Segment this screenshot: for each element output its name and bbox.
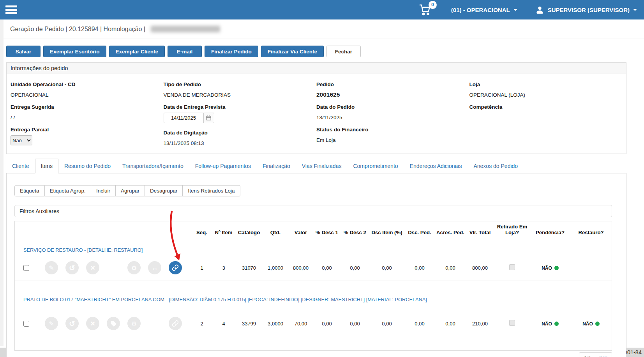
cell-catalogo: 31070	[236, 265, 262, 271]
cart-count-badge: 0	[429, 1, 437, 9]
tab-vias-finalizadas[interactable]: Vias Finalizadas	[296, 159, 348, 173]
pedido-value: 2001625	[316, 91, 469, 98]
etiqueta-button[interactable]: Etiqueta	[14, 185, 45, 196]
itens-retirados-loja-button[interactable]: Itens Retirados Loja	[183, 185, 240, 196]
cart-button[interactable]: 0	[419, 4, 431, 16]
item-data-row: ✎ ↺ × ⚙ ↔ 1 3 31070 1,0000	[15, 261, 612, 281]
fechar-button[interactable]: Fechar	[326, 46, 361, 57]
item-row-group: PRATO DE BOLO 017 "MAESTRICHT" EM PORCEL…	[15, 281, 612, 350]
column-header-n-item[interactable]: Nº Item	[212, 230, 236, 235]
tab-enderecos-adicionais[interactable]: Endereços Adicionais	[404, 159, 468, 173]
column-header-acres-ped[interactable]: Acres. Ped.	[434, 230, 466, 235]
cell-catalogo: 33799	[236, 321, 262, 327]
remove-icon[interactable]: ×	[86, 261, 99, 274]
link-icon-disabled[interactable]	[169, 317, 182, 330]
salvar-button[interactable]: Salvar	[6, 46, 41, 57]
cell-dsc-item: 0,00	[369, 265, 405, 271]
column-header-restauro[interactable]: Restauro?	[570, 230, 612, 235]
itens-tab-panel: Etiqueta Etiqueta Agrup. Incluir Agrupar…	[6, 173, 626, 357]
item-description-link[interactable]: PRATO DE BOLO 017 "MAESTRICHT" EM PORCEL…	[23, 297, 427, 302]
pagination: Ant Seg	[14, 352, 612, 357]
user-menu-label: SUPERVISOR (SUPERVISOR)	[548, 7, 630, 13]
tab-follow-up-pagamentos[interactable]: Follow-up Pagamentos	[189, 159, 257, 173]
column-header-dsc-ped[interactable]: Dsc. Ped.	[405, 230, 434, 235]
cell-acres-ped: 0,00	[434, 265, 466, 271]
column-header-desc1[interactable]: % Desc 1	[313, 230, 341, 235]
cell-desc1: 0,00	[313, 321, 341, 327]
exemplar-escritorio-button[interactable]: Exemplar Escritório	[43, 46, 106, 57]
order-info-column-2: Tipo de Pedido VENDA DE MERCADORIAS Data…	[164, 76, 317, 147]
tab-finalizacao[interactable]: Finalização	[257, 159, 296, 173]
cell-seq: 2	[192, 321, 212, 327]
edit-icon[interactable]: ✎	[45, 317, 58, 330]
incluir-button[interactable]: Incluir	[91, 185, 116, 196]
email-button[interactable]: E-mail	[168, 46, 202, 57]
entrega-prevista-input[interactable]	[164, 113, 204, 123]
exemplar-cliente-button[interactable]: Exemplar Cliente	[109, 46, 165, 57]
desagrupar-button[interactable]: Desagrupar	[145, 185, 183, 196]
column-header-pendencia[interactable]: Pendência?	[531, 230, 570, 235]
unidade-operacional-label: Unidade Operacional - CD	[11, 81, 164, 88]
tab-cliente[interactable]: Cliente	[6, 159, 35, 173]
link-icon[interactable]	[169, 261, 182, 274]
tab-transportadora-icamento[interactable]: Transportadora/Içamento	[116, 159, 189, 173]
pagination-next-button[interactable]: Seg	[595, 352, 612, 357]
gear-icon[interactable]: ⚙	[127, 317, 141, 330]
tag-icon[interactable]	[107, 317, 120, 330]
entrega-parcial-select[interactable]: Não	[11, 135, 32, 145]
tab-itens[interactable]: Itens	[35, 159, 58, 173]
etiqueta-agrup-button[interactable]: Etiqueta Agrup.	[45, 185, 91, 196]
column-header-qtd[interactable]: Qtd.	[262, 230, 289, 235]
tipo-pedido-value: VENDA DE MERCADORIAS	[164, 91, 317, 98]
order-info-title: Informações do pedido	[7, 63, 626, 74]
finalizar-via-cliente-button[interactable]: Finalizar Via Cliente	[261, 46, 324, 57]
gear-icon[interactable]: ⚙	[127, 261, 141, 274]
cell-desc1: 0,00	[313, 265, 341, 271]
competencia-label: Competência	[469, 103, 623, 110]
loja-label: Loja	[469, 81, 623, 88]
cell-qtd: 3,0000	[262, 321, 289, 327]
topbar: 0 (01) - OPERACIONAL SUPERVISOR (SUPERVI…	[0, 0, 644, 19]
green-status-dot	[554, 266, 559, 270]
cell-valor: 800,00	[289, 265, 313, 271]
history-icon[interactable]: ↺	[65, 261, 79, 274]
calendar-button[interactable]	[204, 113, 214, 123]
itens-button-group: Etiqueta Etiqueta Agrup. Incluir Agrupar…	[14, 185, 612, 196]
column-header-valor[interactable]: Valor	[289, 230, 313, 235]
tab-resumo-do-pedido[interactable]: Resumo do Pedido	[58, 159, 116, 173]
history-icon[interactable]: ↺	[65, 317, 79, 330]
column-header-seq[interactable]: Seq.	[192, 230, 212, 235]
column-header-desc2[interactable]: % Desc 2	[341, 230, 369, 235]
remove-icon[interactable]: ×	[86, 317, 99, 330]
row-select-checkbox[interactable]	[23, 321, 29, 327]
column-header-catalogo[interactable]: Catálogo	[236, 230, 262, 235]
green-status-dot	[595, 322, 600, 326]
item-description-link[interactable]: SERVIÇO DE RESTAURO - [DETALHE: RESTAURO…	[23, 247, 143, 253]
branch-menu[interactable]: (01) - OPERACIONAL	[451, 7, 517, 13]
calendar-icon	[206, 115, 212, 121]
cell-n-item: 3	[212, 265, 236, 271]
data-digitacao-value: 13/11/2025 08:13	[164, 140, 317, 147]
unidade-operacional-value: OPERACIONAL	[11, 91, 164, 98]
edit-icon[interactable]: ✎	[45, 261, 58, 274]
column-header-retirado-em-loja[interactable]: Retirado Em Loja?	[494, 224, 531, 235]
cell-seq: 1	[192, 265, 212, 271]
tab-anexos-do-pedido[interactable]: Anexos do Pedido	[468, 159, 524, 173]
pagination-prev-button[interactable]: Ant	[579, 352, 595, 357]
finalizar-pedido-button[interactable]: Finalizar Pedido	[205, 46, 258, 57]
agrupar-button[interactable]: Agrupar	[116, 185, 145, 196]
row-select-checkbox[interactable]	[23, 265, 29, 271]
cell-dsc-item: 0,00	[369, 321, 405, 327]
column-header-vlr-total[interactable]: Vlr. Total	[466, 230, 494, 235]
hamburger-menu-icon[interactable]	[5, 5, 17, 14]
retirado-em-loja-checkbox	[509, 320, 515, 326]
user-menu[interactable]: SUPERVISOR (SUPERVISOR)	[535, 5, 637, 14]
tab-comprometimento[interactable]: Comprometimento	[347, 159, 404, 173]
order-info-column-4: Loja OPERACIONAL (LOJA) Competência	[469, 76, 623, 147]
column-header-dsc-item[interactable]: Dsc Item (%)	[369, 230, 405, 235]
resize-arrows-icon[interactable]: ↔	[148, 261, 161, 274]
filtros-auxiliares-title: Filtros Auxiliares	[19, 208, 59, 214]
filtros-auxiliares-panel[interactable]: Filtros Auxiliares	[14, 205, 612, 217]
entrega-prevista-label: Data de Entrega Prevista	[164, 103, 317, 110]
redacted-text	[151, 26, 220, 32]
